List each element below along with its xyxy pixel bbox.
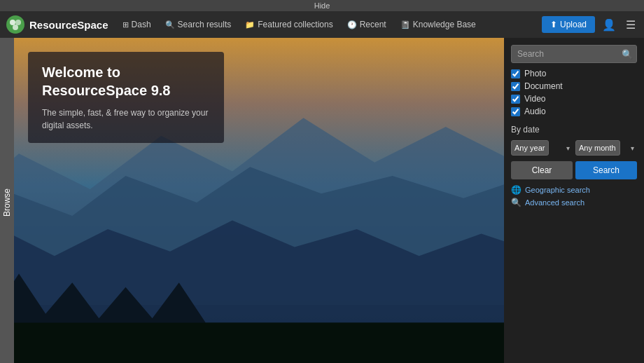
advanced-search-link[interactable]: 🔍 Advanced search	[511, 198, 637, 207]
geographic-icon: 🌐	[511, 185, 522, 195]
checkbox-document[interactable]: Document	[511, 81, 637, 91]
recent-icon: 🕐	[347, 20, 357, 29]
checkbox-photo-label: Photo	[524, 69, 546, 78]
advanced-search-label: Advanced search	[525, 198, 584, 207]
action-buttons: Clear Search	[511, 161, 637, 179]
geographic-search-label: Geographic search	[525, 186, 590, 194]
checkbox-document-input[interactable]	[511, 82, 520, 91]
checkbox-video[interactable]: Video	[511, 94, 637, 104]
hero-subtitle: The simple, fast, & free way to organize…	[42, 107, 210, 132]
nav-item-recent[interactable]: 🕐 Recent	[342, 17, 392, 32]
navbar: ResourceSpace ⊞ Dash 🔍 Search results 📁 …	[0, 11, 644, 38]
checkbox-document-label: Document	[524, 81, 563, 91]
hide-bar[interactable]: Hide	[0, 0, 644, 11]
svg-rect-9	[14, 322, 504, 363]
nav-item-dash[interactable]: ⊞ Dash	[117, 17, 157, 32]
nav-label-knowledge-base: Knowledge Base	[413, 20, 476, 29]
by-date-label: By date	[511, 125, 637, 135]
user-icon-button[interactable]: 👤	[599, 15, 619, 34]
browse-label: Browse	[2, 189, 12, 217]
checkbox-photo-input[interactable]	[511, 69, 520, 78]
checkbox-video-input[interactable]	[511, 95, 520, 104]
nav-label-featured-collections: Featured collections	[258, 20, 332, 29]
hide-label: Hide	[314, 1, 330, 10]
logo[interactable]: ResourceSpace	[6, 15, 108, 34]
logo-icon	[6, 15, 25, 34]
month-select-wrap: Any month January February March April M…	[575, 140, 637, 156]
checkbox-audio[interactable]: Audio	[511, 107, 637, 116]
nav-item-featured-collections[interactable]: 📁 Featured collections	[239, 17, 338, 32]
main-area: Browse	[0, 38, 644, 363]
hero-title: Welcome to ResourceSpace 9.8	[42, 63, 210, 100]
nav-label-recent: Recent	[360, 20, 386, 29]
knowledge-base-icon: 📓	[400, 20, 410, 29]
hero-content-box: Welcome to ResourceSpace 9.8 The simple,…	[28, 52, 224, 143]
checkbox-photo[interactable]: Photo	[511, 69, 637, 78]
upload-button[interactable]: ⬆ Upload	[542, 16, 595, 33]
logo-text: ResourceSpace	[29, 19, 108, 31]
nav-item-knowledge-base[interactable]: 📓 Knowledge Base	[395, 17, 482, 32]
search-button[interactable]: Search	[575, 161, 637, 179]
navbar-right: ⬆ Upload 👤 ☰	[542, 15, 638, 34]
clear-button[interactable]: Clear	[511, 161, 573, 179]
panel-links: 🌐 Geographic search 🔍 Advanced search	[511, 185, 637, 207]
upload-icon: ⬆	[550, 20, 557, 29]
geographic-search-link[interactable]: 🌐 Geographic search	[511, 185, 637, 195]
upload-label: Upload	[560, 20, 587, 29]
checkbox-audio-input[interactable]	[511, 107, 520, 116]
search-input[interactable]	[511, 45, 637, 63]
advanced-search-icon: 🔍	[511, 198, 522, 207]
year-select[interactable]: Any year 2024 2023 2022 2021 2020	[511, 140, 549, 156]
featured-collections-icon: 📁	[245, 20, 255, 29]
svg-point-2	[15, 20, 21, 25]
checkbox-group: Photo Document Video Audio	[511, 69, 637, 116]
checkbox-video-label: Video	[524, 94, 545, 104]
svg-point-3	[13, 25, 18, 30]
date-selects: Any year 2024 2023 2022 2021 2020 Any mo…	[511, 140, 637, 156]
checkbox-audio-label: Audio	[524, 107, 546, 116]
svg-point-1	[10, 20, 15, 25]
year-select-wrap: Any year 2024 2023 2022 2021 2020	[511, 140, 573, 156]
nav-item-search-results[interactable]: 🔍 Search results	[160, 17, 237, 32]
nav-label-search-results: Search results	[178, 20, 232, 29]
search-input-wrap: 🔍	[511, 45, 637, 63]
search-icon: 🔍	[622, 49, 633, 60]
month-select[interactable]: Any month January February March April M…	[575, 140, 620, 156]
menu-icon-button[interactable]: ☰	[623, 15, 638, 34]
search-panel: 🔍 Photo Document Video Audio By date	[504, 38, 644, 363]
dash-icon: ⊞	[122, 20, 129, 29]
search-results-icon: 🔍	[165, 20, 175, 29]
nav-label-dash: Dash	[132, 20, 151, 29]
browse-tab[interactable]: Browse	[0, 38, 14, 363]
hero: Welcome to ResourceSpace 9.8 The simple,…	[14, 38, 504, 363]
